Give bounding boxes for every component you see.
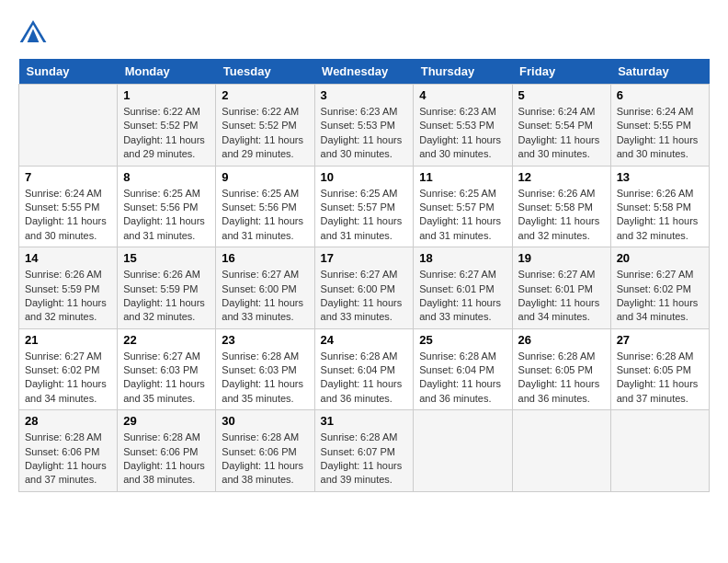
day-info: Sunrise: 6:27 AMSunset: 6:02 PMDaylight:…: [617, 268, 703, 325]
day-number: 19: [518, 251, 605, 265]
day-info: Sunrise: 6:25 AMSunset: 5:57 PMDaylight:…: [419, 187, 506, 244]
calendar-cell: [610, 410, 709, 492]
day-info: Sunrise: 6:25 AMSunset: 5:56 PMDaylight:…: [222, 187, 308, 244]
day-number: 17: [321, 251, 408, 265]
day-info: Sunrise: 6:26 AMSunset: 5:58 PMDaylight:…: [518, 187, 605, 244]
calendar-header: SundayMondayTuesdayWednesdayThursdayFrid…: [19, 59, 710, 85]
day-number: 24: [321, 333, 408, 347]
day-number: 3: [321, 88, 408, 102]
day-info: Sunrise: 6:25 AMSunset: 5:56 PMDaylight:…: [123, 187, 210, 244]
day-number: 23: [222, 333, 308, 347]
calendar-cell: 16Sunrise: 6:27 AMSunset: 6:00 PMDayligh…: [216, 247, 314, 329]
calendar-cell: 18Sunrise: 6:27 AMSunset: 6:01 PMDayligh…: [414, 247, 512, 329]
calendar-cell: 14Sunrise: 6:26 AMSunset: 5:59 PMDayligh…: [19, 247, 118, 329]
weekday-row: SundayMondayTuesdayWednesdayThursdayFrid…: [19, 59, 710, 85]
calendar-week-3: 21Sunrise: 6:27 AMSunset: 6:02 PMDayligh…: [19, 328, 710, 410]
day-number: 28: [25, 414, 111, 428]
day-info: Sunrise: 6:24 AMSunset: 5:55 PMDaylight:…: [25, 187, 111, 244]
day-info: Sunrise: 6:28 AMSunset: 6:05 PMDaylight:…: [518, 350, 605, 407]
day-info: Sunrise: 6:27 AMSunset: 6:03 PMDaylight:…: [123, 350, 210, 407]
day-number: 12: [518, 170, 605, 184]
day-number: 25: [419, 333, 506, 347]
weekday-header-thursday: Thursday: [414, 59, 512, 85]
day-number: 18: [419, 251, 506, 265]
calendar-cell: 2Sunrise: 6:22 AMSunset: 5:52 PMDaylight…: [216, 85, 314, 167]
calendar-cell: 11Sunrise: 6:25 AMSunset: 5:57 PMDayligh…: [414, 166, 512, 247]
weekday-header-friday: Friday: [512, 59, 610, 85]
day-info: Sunrise: 6:26 AMSunset: 5:59 PMDaylight:…: [123, 268, 210, 325]
day-number: 30: [222, 414, 308, 428]
calendar-cell: 9Sunrise: 6:25 AMSunset: 5:56 PMDaylight…: [216, 166, 314, 247]
day-info: Sunrise: 6:28 AMSunset: 6:04 PMDaylight:…: [419, 350, 506, 407]
logo: [18, 18, 51, 44]
day-info: Sunrise: 6:27 AMSunset: 6:02 PMDaylight:…: [25, 350, 111, 407]
calendar-cell: 15Sunrise: 6:26 AMSunset: 5:59 PMDayligh…: [118, 247, 216, 329]
day-info: Sunrise: 6:28 AMSunset: 6:04 PMDaylight:…: [321, 350, 408, 407]
day-number: 20: [617, 251, 703, 265]
calendar-cell: 26Sunrise: 6:28 AMSunset: 6:05 PMDayligh…: [512, 328, 610, 410]
day-number: 16: [222, 251, 308, 265]
day-info: Sunrise: 6:27 AMSunset: 6:01 PMDaylight:…: [518, 268, 605, 325]
calendar-cell: 12Sunrise: 6:26 AMSunset: 5:58 PMDayligh…: [512, 166, 610, 247]
calendar-cell: 29Sunrise: 6:28 AMSunset: 6:06 PMDayligh…: [118, 410, 216, 492]
calendar-cell: 23Sunrise: 6:28 AMSunset: 6:03 PMDayligh…: [216, 328, 314, 410]
day-info: Sunrise: 6:27 AMSunset: 6:00 PMDaylight:…: [321, 268, 408, 325]
calendar-cell: 20Sunrise: 6:27 AMSunset: 6:02 PMDayligh…: [610, 247, 709, 329]
calendar-week-1: 7Sunrise: 6:24 AMSunset: 5:55 PMDaylight…: [19, 166, 710, 247]
calendar-week-4: 28Sunrise: 6:28 AMSunset: 6:06 PMDayligh…: [19, 410, 710, 492]
weekday-header-sunday: Sunday: [19, 59, 118, 85]
day-info: Sunrise: 6:27 AMSunset: 6:00 PMDaylight:…: [222, 268, 308, 325]
calendar-cell: 3Sunrise: 6:23 AMSunset: 5:53 PMDaylight…: [314, 85, 414, 167]
calendar-week-2: 14Sunrise: 6:26 AMSunset: 5:59 PMDayligh…: [19, 247, 710, 329]
calendar-cell: 17Sunrise: 6:27 AMSunset: 6:00 PMDayligh…: [314, 247, 414, 329]
day-number: 27: [617, 333, 703, 347]
calendar-cell: 30Sunrise: 6:28 AMSunset: 6:06 PMDayligh…: [216, 410, 314, 492]
day-number: 31: [321, 414, 408, 428]
calendar-cell: 13Sunrise: 6:26 AMSunset: 5:58 PMDayligh…: [610, 166, 709, 247]
day-number: 7: [25, 170, 111, 184]
weekday-header-saturday: Saturday: [610, 59, 709, 85]
day-number: 26: [518, 333, 605, 347]
day-info: Sunrise: 6:26 AMSunset: 5:59 PMDaylight:…: [25, 268, 111, 325]
day-number: 9: [222, 170, 308, 184]
day-number: 1: [123, 88, 210, 102]
day-number: 5: [518, 88, 605, 102]
calendar-cell: 6Sunrise: 6:24 AMSunset: 5:55 PMDaylight…: [610, 85, 709, 167]
calendar-cell: 19Sunrise: 6:27 AMSunset: 6:01 PMDayligh…: [512, 247, 610, 329]
calendar-cell: 10Sunrise: 6:25 AMSunset: 5:57 PMDayligh…: [314, 166, 414, 247]
calendar-cell: 8Sunrise: 6:25 AMSunset: 5:56 PMDaylight…: [118, 166, 216, 247]
calendar-cell: 4Sunrise: 6:23 AMSunset: 5:53 PMDaylight…: [414, 85, 512, 167]
day-info: Sunrise: 6:28 AMSunset: 6:06 PMDaylight:…: [123, 431, 210, 488]
day-number: 13: [617, 170, 703, 184]
day-info: Sunrise: 6:22 AMSunset: 5:52 PMDaylight:…: [123, 105, 210, 162]
calendar-cell: 22Sunrise: 6:27 AMSunset: 6:03 PMDayligh…: [118, 328, 216, 410]
day-number: 4: [419, 88, 506, 102]
day-number: 21: [25, 333, 111, 347]
day-number: 6: [617, 88, 703, 102]
day-info: Sunrise: 6:28 AMSunset: 6:05 PMDaylight:…: [617, 350, 703, 407]
calendar-cell: 31Sunrise: 6:28 AMSunset: 6:07 PMDayligh…: [314, 410, 414, 492]
day-info: Sunrise: 6:23 AMSunset: 5:53 PMDaylight:…: [419, 105, 506, 162]
day-info: Sunrise: 6:28 AMSunset: 6:06 PMDaylight:…: [25, 431, 111, 488]
day-info: Sunrise: 6:28 AMSunset: 6:03 PMDaylight:…: [222, 350, 308, 407]
day-info: Sunrise: 6:24 AMSunset: 5:55 PMDaylight:…: [617, 105, 703, 162]
calendar-cell: [19, 85, 118, 167]
calendar-cell: 1Sunrise: 6:22 AMSunset: 5:52 PMDaylight…: [118, 85, 216, 167]
day-info: Sunrise: 6:25 AMSunset: 5:57 PMDaylight:…: [321, 187, 408, 244]
day-number: 11: [419, 170, 506, 184]
calendar-cell: 7Sunrise: 6:24 AMSunset: 5:55 PMDaylight…: [19, 166, 118, 247]
calendar-cell: 27Sunrise: 6:28 AMSunset: 6:05 PMDayligh…: [610, 328, 709, 410]
day-number: 2: [222, 88, 308, 102]
logo-icon: [18, 18, 48, 44]
day-info: Sunrise: 6:28 AMSunset: 6:06 PMDaylight:…: [222, 431, 308, 488]
weekday-header-tuesday: Tuesday: [216, 59, 314, 85]
day-number: 10: [321, 170, 408, 184]
day-info: Sunrise: 6:23 AMSunset: 5:53 PMDaylight:…: [321, 105, 408, 162]
calendar-table: SundayMondayTuesdayWednesdayThursdayFrid…: [18, 59, 710, 492]
calendar-cell: [414, 410, 512, 492]
day-info: Sunrise: 6:27 AMSunset: 6:01 PMDaylight:…: [419, 268, 506, 325]
calendar-cell: [512, 410, 610, 492]
day-info: Sunrise: 6:28 AMSunset: 6:07 PMDaylight:…: [321, 431, 408, 488]
calendar-cell: 5Sunrise: 6:24 AMSunset: 5:54 PMDaylight…: [512, 85, 610, 167]
day-number: 22: [123, 333, 210, 347]
